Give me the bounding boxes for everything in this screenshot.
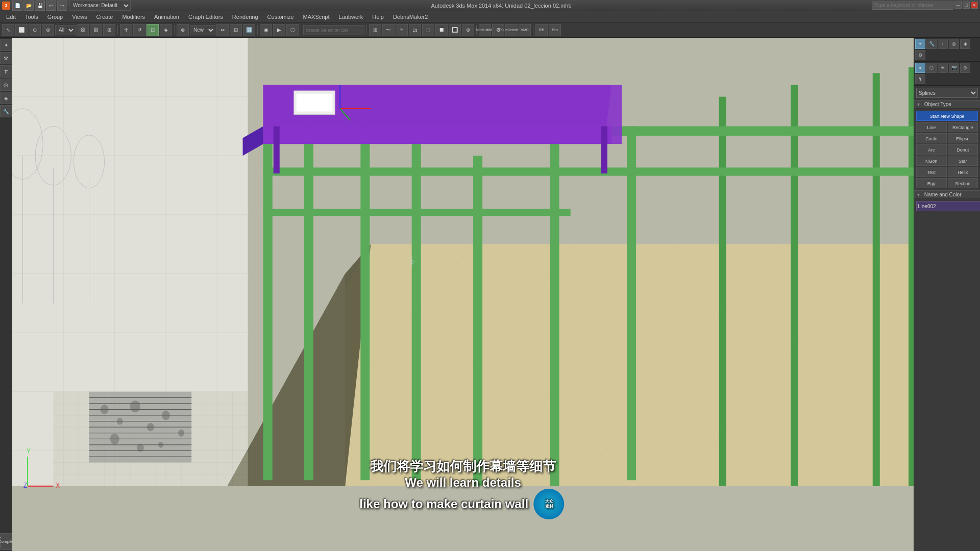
ellipse-button[interactable]: Ellipse [948, 133, 978, 143]
donut-button[interactable]: Donut [948, 144, 978, 155]
scale-icon[interactable]: ⊡ [146, 24, 159, 36]
save-icon[interactable]: 💾 [35, 1, 45, 11]
modify-mode-icon[interactable]: ⚒ [0, 52, 12, 64]
vmc-icon[interactable]: VMC [519, 24, 531, 36]
display-panel-icon[interactable]: ◈ [960, 39, 970, 49]
object-name-input[interactable] [916, 201, 980, 211]
named-selection-icon[interactable]: ⊞ [369, 24, 381, 36]
redo-icon[interactable]: ↪ [57, 1, 67, 11]
viewport[interactable]: X Y Z 我们将学习如何制作幕墙等细节 We will learn detai… [12, 38, 914, 551]
camera2-icon[interactable]: 📷 [949, 63, 959, 73]
ribbon-icon[interactable]: ◻ [422, 24, 434, 36]
selection-filter-dropdown[interactable]: All [55, 25, 76, 35]
undo-icon[interactable]: ↩ [46, 1, 56, 11]
filter-icon[interactable]: ⊕ [42, 24, 54, 36]
material-editor-icon[interactable]: ⬡ [286, 24, 299, 36]
helper-icon[interactable]: ⊕ [960, 63, 970, 73]
left-toolbar: ✦ ⚒ ⇈ ◎ ◈ 🔧 -- Compile e [0, 38, 12, 551]
spacewarp-icon[interactable]: ↯ [915, 74, 925, 84]
app-icon: 3 [2, 2, 10, 10]
toolbar-separator-7 [533, 25, 533, 35]
create-panel-icon[interactable]: ✦ [915, 39, 925, 49]
light-icon[interactable]: ☀ [938, 63, 948, 73]
menu-animation[interactable]: Animation [150, 13, 183, 21]
rectangle-button[interactable]: Rectangle [948, 122, 978, 132]
egg-button[interactable]: Egg [916, 178, 947, 188]
scale2-icon[interactable]: ◈ [160, 24, 172, 36]
line-button[interactable]: Line [916, 122, 947, 132]
start-new-shape-button[interactable]: Start New Shape [916, 111, 978, 121]
menu-edit[interactable]: Edit [2, 13, 20, 21]
workspace-dropdown[interactable]: Workspace: Default [69, 1, 131, 11]
view-dropdown[interactable]: New [190, 25, 215, 35]
menu-group[interactable]: Group [43, 13, 67, 21]
open-icon[interactable]: 📂 [23, 1, 34, 11]
panel-icon-row-2: ● ⬡ ☀ 📷 ⊕ ↯ [914, 62, 980, 86]
align-icon[interactable]: ⊟ [230, 24, 242, 36]
select-region-icon[interactable]: ⬜ [15, 24, 28, 36]
menu-graph-editors[interactable]: Graph Editors [184, 13, 227, 21]
menu-maxscript[interactable]: MAXScript [299, 13, 334, 21]
splines-dropdown[interactable]: Splines [916, 88, 978, 98]
minimize-button[interactable]: ─ [954, 2, 962, 9]
toolbar-separator-5 [366, 25, 367, 35]
snap3-icon[interactable]: ⊕ [462, 24, 474, 36]
snap2-icon[interactable]: 🔳 [449, 24, 461, 36]
render-icon[interactable]: ▶ [273, 24, 285, 36]
utility-mode-icon[interactable]: 🔧 [0, 105, 12, 117]
rotate-icon[interactable]: ↺ [133, 24, 145, 36]
display-mode-icon[interactable]: ◈ [0, 92, 12, 104]
menu-customize[interactable]: Customize [263, 13, 298, 21]
motion-panel-icon[interactable]: ◎ [949, 39, 959, 49]
create-mode-icon[interactable]: ✦ [0, 39, 12, 51]
right-select-icon[interactable]: RightSelectEler [505, 24, 518, 36]
new-file-icon[interactable]: 📄 [12, 1, 22, 11]
compile-btn[interactable]: -- Compile e [0, 533, 12, 550]
hierarchy-icon[interactable]: 🔢 [243, 24, 255, 36]
svg-rect-33 [550, 138, 559, 486]
bm-icon[interactable]: Bm [549, 24, 561, 36]
circle-button[interactable]: Circle [916, 133, 947, 143]
menu-help[interactable]: Help [368, 13, 388, 21]
star-button[interactable]: Star [948, 156, 978, 166]
link-icon[interactable]: ⛓ [77, 24, 89, 36]
select-icon[interactable]: ↖ [2, 24, 14, 36]
section-button[interactable]: Section [948, 178, 978, 188]
utility-panel-icon[interactable]: ⚙ [915, 50, 925, 60]
hierarchy-mode-icon[interactable]: ⇈ [0, 65, 12, 78]
motion-mode-icon[interactable]: ◎ [0, 79, 12, 91]
snap-icon[interactable]: 🔲 [435, 24, 448, 36]
geometry-icon[interactable]: ● [915, 63, 925, 73]
menu-views[interactable]: Views [68, 13, 91, 21]
helix-button[interactable]: Helix [948, 167, 978, 177]
text-button[interactable]: Text [916, 167, 947, 177]
search-input[interactable] [872, 2, 953, 10]
modify-panel-icon[interactable]: 🔧 [926, 39, 937, 49]
scene-explorer-icon[interactable]: 🗂 [409, 24, 421, 36]
close-button[interactable]: ✕ [971, 2, 978, 9]
shape-icon[interactable]: ⬡ [926, 63, 937, 73]
select-move-icon[interactable]: ✛ [120, 24, 132, 36]
maximize-button[interactable]: □ [963, 2, 970, 9]
ngon-button[interactable]: NGon [916, 156, 947, 166]
menu-laubwerk[interactable]: Laubwerk [335, 13, 368, 21]
menu-rendering[interactable]: Rendering [228, 13, 262, 21]
menu-create[interactable]: Create [92, 13, 117, 21]
menu-tools[interactable]: Tools [21, 13, 42, 21]
multimatte-icon[interactable]: MtoMultiMa [479, 24, 491, 36]
lasso-icon[interactable]: ⊙ [29, 24, 41, 36]
render-setup-icon[interactable]: ◉ [260, 24, 272, 36]
mirror-icon[interactable]: ⇔ [216, 24, 229, 36]
rb-icon[interactable]: RB [535, 24, 548, 36]
menu-debriesmaker2[interactable]: DebrisMaker2 [389, 13, 432, 21]
bind-icon[interactable]: ⊞ [103, 24, 115, 36]
svg-rect-28 [263, 126, 273, 480]
hierarchy-panel-icon[interactable]: ↕ [938, 39, 948, 49]
layer-icon[interactable]: ≡ [396, 24, 408, 36]
menu-modifiers[interactable]: Modifiers [118, 13, 149, 21]
unlink-icon[interactable]: ⛓ [90, 24, 102, 36]
create-selection-input[interactable] [303, 25, 364, 35]
curve-editor-icon[interactable]: 〜 [382, 24, 395, 36]
reference-icon[interactable]: ⊗ [177, 24, 189, 36]
arc-button[interactable]: Arc [916, 144, 947, 155]
